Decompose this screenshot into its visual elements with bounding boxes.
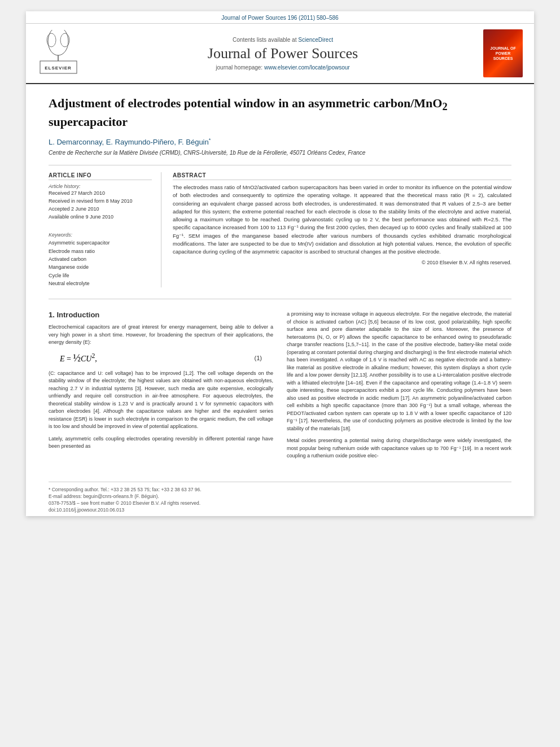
received-date: Received 27 March 2010: [49, 190, 152, 196]
article-info-heading: ARTICLE INFO: [49, 172, 152, 180]
footer-note1: * Corresponding author. Tel.: +33 2 38 2…: [49, 487, 511, 492]
article-info-col: ARTICLE INFO Article history: Received 2…: [49, 172, 161, 287]
keyword-2: Electrode mass ratio: [49, 247, 152, 255]
revised-date: Received in revised form 8 May 2010: [49, 198, 152, 204]
copyright-text: © 2010 Elsevier B.V. All rights reserved…: [173, 259, 511, 267]
intro-para2: (C: capacitance and U: cell voltage) has…: [49, 370, 273, 431]
formula-number: (1): [255, 355, 262, 361]
body-right-col: a promising way to increase voltage in a…: [287, 311, 511, 465]
keyword-1: Asymmetric supercapacitor: [49, 239, 152, 247]
section1-title: 1. Introduction: [49, 311, 273, 319]
keywords-list: Asymmetric supercapacitor Electrode mass…: [49, 239, 152, 287]
main-content: Adjustment of electrodes potential windo…: [26, 84, 534, 482]
intro-para1: Electrochemical capacitors are of great …: [49, 324, 273, 347]
svg-point-1: [48, 30, 68, 55]
keyword-6: Neutral electrolyte: [49, 279, 152, 287]
keywords-label: Keywords:: [49, 232, 152, 238]
abstract-col: ABSTRACT The electrodes mass ratio of Mn…: [173, 172, 511, 287]
footer-doi: doi:10.1016/j.jpowsour.2010.06.013: [49, 507, 511, 513]
journal-thumbnail: JOURNAL OFPOWERSOURCES: [483, 29, 523, 77]
intro-right-para1: a promising way to increase voltage in a…: [287, 311, 511, 433]
history-label: Article history:: [49, 184, 152, 189]
intro-para3: Lately, asymmetric cells coupling electr…: [49, 435, 273, 451]
journal-title: Journal of Power Sources: [82, 45, 483, 62]
keyword-5: Cycle life: [49, 272, 152, 279]
journal-header: ELSEVIER Contents lists available at Sci…: [26, 24, 534, 84]
article-page: Journal of Power Sources 196 (2011) 580–…: [26, 11, 534, 516]
authors-line: L. Demarconnay, E. Raymundo-Piñero, F. B…: [49, 137, 511, 146]
section-divider: [49, 299, 511, 299]
body-left-col: 1. Introduction Electrochemical capacito…: [49, 311, 273, 465]
info-abstract-section: ARTICLE INFO Article history: Received 2…: [49, 165, 511, 287]
keyword-4: Manganese oxide: [49, 263, 152, 271]
footer-line2: 0378-7753/$ – see front matter © 2010 El…: [49, 500, 511, 506]
body-text-section: 1. Introduction Electrochemical capacito…: [49, 311, 511, 465]
journal-reference-bar: Journal of Power Sources 196 (2011) 580–…: [26, 11, 534, 24]
contents-available-line: Contents lists available at ScienceDirec…: [82, 37, 483, 43]
affiliation: Centre de Recherche sur la Matière Divis…: [49, 150, 511, 156]
journal-homepage-link[interactable]: www.elsevier.com/locate/jpowsour: [264, 64, 350, 71]
journal-homepage-line: journal homepage: www.elsevier.com/locat…: [82, 64, 483, 71]
journal-reference-text: Journal of Power Sources 196 (2011) 580–…: [221, 15, 338, 21]
accepted-date: Accepted 2 June 2010: [49, 206, 152, 212]
formula-energy: E = ½CU2, (1): [60, 352, 262, 364]
elsevier-logo-svg: ELSEVIER: [37, 30, 80, 75]
abstract-heading: ABSTRACT: [173, 172, 511, 180]
formula-equation: E = ½CU2,: [60, 352, 255, 364]
abstract-text: The electrodes mass ratio of MnO2/activa…: [173, 184, 511, 267]
page-footer: * Corresponding author. Tel.: +33 2 38 2…: [49, 482, 511, 516]
journal-center: Contents lists available at ScienceDirec…: [82, 37, 483, 71]
footer-note2: E-mail address: beguin@cnrs-orleans.fr (…: [49, 493, 511, 499]
available-date: Available online 9 June 2010: [49, 214, 152, 220]
sciencedirect-link[interactable]: ScienceDirect: [298, 37, 333, 43]
journal-thumb-text: JOURNAL OFPOWERSOURCES: [490, 46, 515, 61]
svg-text:ELSEVIER: ELSEVIER: [45, 65, 72, 71]
intro-right-para2: Metal oxides presenting a potential swin…: [287, 437, 511, 460]
elsevier-logo-area: ELSEVIER: [37, 30, 82, 77]
keyword-3: Activated carbon: [49, 255, 152, 263]
article-title: Adjustment of electrodes potential windo…: [49, 95, 511, 130]
